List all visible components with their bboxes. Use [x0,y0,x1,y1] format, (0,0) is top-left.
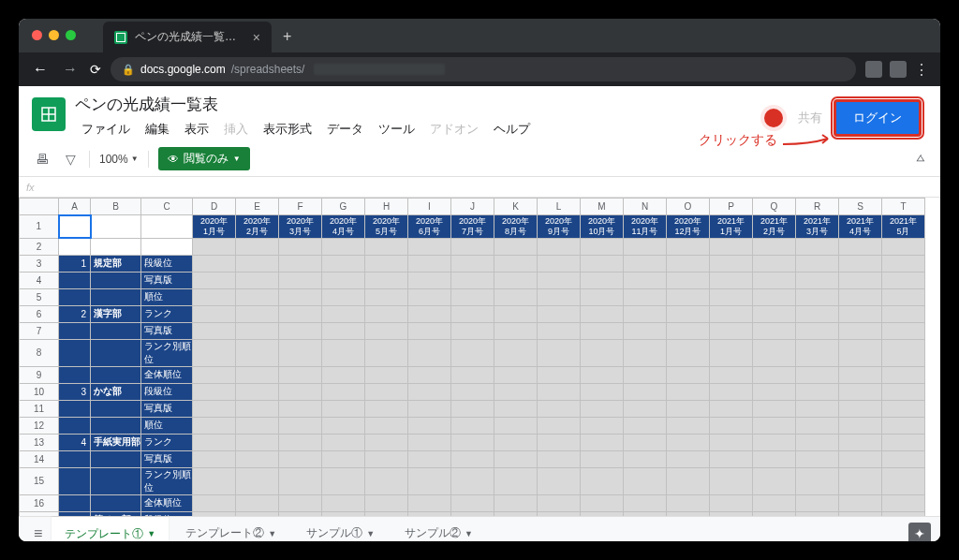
row-header[interactable]: 4 [20,272,59,288]
cell[interactable] [796,238,839,255]
cell[interactable] [667,272,710,288]
cell[interactable] [839,434,882,450]
extension-icon[interactable] [865,61,882,78]
cell[interactable] [538,339,581,366]
sub-category[interactable]: 全体順位 [141,366,193,383]
cell[interactable] [796,494,839,511]
cell[interactable] [624,238,667,255]
cell[interactable] [710,417,753,434]
zoom-selector[interactable]: 100% ▼ [99,153,139,166]
cell[interactable] [710,383,753,400]
chevron-down-icon[interactable]: ▼ [366,529,375,538]
cell[interactable] [236,238,279,255]
row-header[interactable]: 1 [20,215,59,239]
cell[interactable] [839,322,882,339]
cell[interactable] [279,339,322,366]
row-header[interactable]: 13 [20,434,59,450]
cell[interactable] [59,272,91,288]
cell[interactable] [581,467,624,494]
cell[interactable] [408,305,451,322]
cell[interactable] [581,434,624,450]
cell[interactable] [193,305,236,322]
cell[interactable] [882,305,925,322]
cell[interactable] [753,417,796,434]
month-header-cell[interactable]: 2020年5月号 [365,215,408,239]
cell[interactable] [667,450,710,467]
row-header[interactable]: 17 [20,511,59,516]
cell[interactable] [667,400,710,417]
cell[interactable] [279,417,322,434]
cell[interactable] [581,322,624,339]
column-header[interactable]: S [839,199,882,215]
cell[interactable] [408,383,451,400]
cell[interactable] [624,366,667,383]
cell[interactable] [624,467,667,494]
month-header-cell[interactable]: 2020年9月号 [538,215,581,239]
cell[interactable] [796,322,839,339]
reload-button[interactable]: ⟳ [90,62,101,77]
row-header[interactable]: 16 [20,494,59,511]
cell[interactable] [451,434,494,450]
category-name[interactable]: 手紙実用部 [91,434,141,450]
cell[interactable] [667,305,710,322]
cell[interactable] [839,494,882,511]
chevron-down-icon[interactable]: ▼ [465,529,473,538]
cell[interactable] [193,434,236,450]
column-header[interactable]: G [322,199,365,215]
cell[interactable] [193,322,236,339]
cell[interactable] [581,450,624,467]
cell[interactable] [710,494,753,511]
cell[interactable] [494,400,538,417]
cell[interactable] [193,511,236,516]
cell[interactable] [796,434,839,450]
cell[interactable] [451,238,494,255]
cell[interactable] [581,400,624,417]
cell[interactable] [494,366,538,383]
cell[interactable] [624,288,667,305]
minimize-window[interactable] [49,30,59,40]
cell[interactable] [494,417,538,434]
cell[interactable] [538,272,581,288]
cell[interactable] [839,511,882,516]
menu-表示形式[interactable]: 表示形式 [257,117,318,141]
cell[interactable] [753,400,796,417]
row-header[interactable]: 2 [20,238,59,255]
cell[interactable] [667,417,710,434]
category-name[interactable]: 筆ペン部 [91,511,141,516]
cell[interactable] [882,383,925,400]
row-header[interactable]: 3 [20,255,59,272]
cell[interactable] [882,366,925,383]
cell[interactable] [882,272,925,288]
category-number[interactable]: 2 [59,305,91,322]
cell[interactable] [710,467,753,494]
cell[interactable] [882,400,925,417]
cell[interactable] [451,450,494,467]
cell[interactable] [667,467,710,494]
cell[interactable] [753,383,796,400]
cell[interactable] [667,339,710,366]
row-header[interactable]: 14 [20,450,59,467]
cell[interactable] [796,255,839,272]
column-header[interactable]: O [667,199,710,215]
cell[interactable] [322,238,365,255]
column-header[interactable]: B [91,199,141,215]
explore-button[interactable]: ✦ [908,523,931,542]
cell[interactable] [882,255,925,272]
cell[interactable] [365,339,408,366]
cell[interactable] [322,417,365,434]
cell[interactable] [279,450,322,467]
cell[interactable] [59,339,91,366]
cell[interactable] [59,494,91,511]
month-header-cell[interactable]: 2020年1月号 [193,215,236,239]
sub-category[interactable]: 段級位 [141,511,193,516]
row-header[interactable]: 11 [20,400,59,417]
cell[interactable] [581,238,624,255]
document-title[interactable]: ペンの光成績一覧表 [75,94,751,115]
month-header-cell[interactable]: 2020年11月号 [624,215,667,239]
cell[interactable] [753,305,796,322]
cell[interactable] [365,434,408,450]
cell[interactable] [322,366,365,383]
cell[interactable] [753,467,796,494]
sheet-tab[interactable]: テンプレート① ▼ [52,517,169,542]
cell[interactable] [91,494,141,511]
